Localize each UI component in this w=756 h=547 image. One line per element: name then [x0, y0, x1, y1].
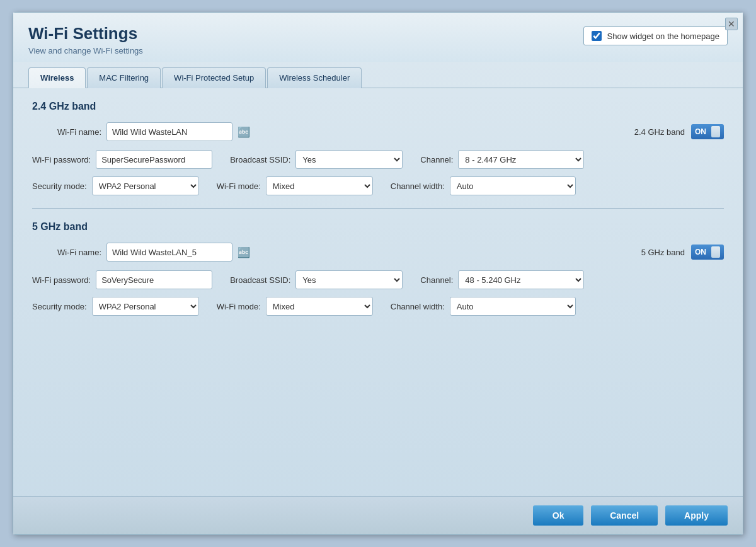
band-5-name-input[interactable]: [106, 243, 232, 262]
band-24-chanwidth-label: Channel width:: [391, 181, 445, 191]
band-24-channel-select[interactable]: 8 - 2.447 GHz Auto 1 - 2.412 GHz: [458, 150, 584, 169]
band-5-password-group: Wi-Fi password:: [32, 270, 212, 289]
band-24-channel-label: Channel:: [420, 155, 453, 164]
ok-button[interactable]: Ok: [533, 505, 583, 526]
band-5-section: 5 GHz band Wi-Fi name: 🔤 5 GHz band ON: [32, 221, 724, 316]
band-24-security-select[interactable]: WPA2 Personal WPA Personal WEP None: [92, 176, 199, 195]
band-5-toggle-handle: [711, 246, 720, 258]
band-24-channel-group: Channel: 8 - 2.447 GHz Auto 1 - 2.412 GH…: [420, 150, 584, 169]
band-24-security-label: Security mode:: [32, 181, 87, 191]
band-5-broadcast-group: Broadcast SSID: Yes No: [230, 270, 403, 289]
band-5-name-row: Wi-Fi name: 🔤 5 GHz band ON: [32, 243, 724, 262]
tab-content: 2.4 GHz band Wi-Fi name: 🔤 2.4 GHz band …: [13, 88, 743, 341]
band-24-toggle[interactable]: ON: [691, 124, 724, 139]
wifi-name-icon-5: 🔤: [238, 246, 250, 258]
tab-mac-filtering[interactable]: MAC Filtering: [87, 67, 161, 88]
band-24-name-input[interactable]: [106, 122, 232, 141]
band-24-broadcast-select[interactable]: Yes No: [295, 150, 403, 169]
show-widget-label: Show widget on the homepage: [607, 32, 719, 41]
band-5-password-label: Wi-Fi password:: [32, 275, 91, 285]
title-bar: Wi-Fi Settings View and change Wi-Fi set…: [13, 13, 743, 62]
band-24-toggle-group: 2.4 GHz band ON: [634, 124, 724, 139]
close-button[interactable]: ✕: [725, 18, 738, 30]
band-5-name-label: Wi-Fi name:: [32, 248, 101, 257]
band-24-password-label: Wi-Fi password:: [32, 155, 91, 164]
band-5-toggle-label: 5 GHz band: [641, 248, 685, 257]
band-5-title: 5 GHz band: [32, 221, 724, 233]
band-5-chanwidth-select[interactable]: Auto 20 MHz 40 MHz 80 MHz: [450, 297, 576, 316]
dialog-footer: Ok Cancel Apply: [13, 496, 743, 534]
band-24-wifimode-select[interactable]: Mixed b only g only n only: [266, 176, 373, 195]
tab-wireless[interactable]: Wireless: [28, 67, 86, 88]
tabs-bar: Wireless MAC Filtering Wi-Fi Protected S…: [13, 67, 743, 88]
wifi-settings-dialog: ✕ Wi-Fi Settings View and change Wi-Fi s…: [13, 12, 743, 535]
band-24-password-group: Wi-Fi password:: [32, 150, 212, 169]
band-5-security-select[interactable]: WPA2 Personal WPA Personal WEP None: [92, 297, 199, 316]
band-5-settings-row1: Wi-Fi password: Broadcast SSID: Yes No C…: [32, 270, 724, 289]
band-5-channel-label: Channel:: [420, 275, 453, 285]
band-5-broadcast-select[interactable]: Yes No: [295, 270, 403, 289]
band-24-chanwidth-select[interactable]: Auto 20 MHz 40 MHz: [450, 176, 576, 195]
band-24-section: 2.4 GHz band Wi-Fi name: 🔤 2.4 GHz band …: [32, 101, 724, 195]
band-5-toggle-group: 5 GHz band ON: [641, 245, 724, 260]
band-divider: [32, 208, 724, 209]
show-widget-checkbox-label[interactable]: Show widget on the homepage: [583, 26, 728, 45]
band-5-toggle-state: ON: [695, 248, 706, 256]
band-5-security-label: Security mode:: [32, 302, 87, 311]
cancel-button[interactable]: Cancel: [591, 505, 658, 526]
band-24-name-left: Wi-Fi name: 🔤: [32, 122, 250, 141]
band-5-chanwidth-label: Channel width:: [391, 302, 445, 311]
show-widget-checkbox[interactable]: [592, 31, 602, 41]
band-5-password-input[interactable]: [96, 270, 212, 289]
band-5-wifimode-label: Wi-Fi mode:: [217, 302, 261, 311]
band-5-wifimode-select[interactable]: Mixed a only n only ac only: [266, 297, 373, 316]
wifi-name-icon-24: 🔤: [238, 126, 250, 138]
band-24-chanwidth-group: Channel width: Auto 20 MHz 40 MHz: [391, 176, 576, 195]
band-24-toggle-state: ON: [695, 127, 706, 136]
band-5-name-left: Wi-Fi name: 🔤: [32, 243, 250, 262]
band-24-security-group: Security mode: WPA2 Personal WPA Persona…: [32, 176, 199, 195]
band-24-settings-row2: Security mode: WPA2 Personal WPA Persona…: [32, 176, 724, 195]
band-24-toggle-handle: [711, 126, 720, 137]
title-section: Wi-Fi Settings View and change Wi-Fi set…: [28, 24, 143, 55]
band-5-security-group: Security mode: WPA2 Personal WPA Persona…: [32, 297, 199, 316]
band-5-channel-select[interactable]: 48 - 5.240 GHz Auto 36 - 5.180 GHz: [458, 270, 584, 289]
band-24-name-row: Wi-Fi name: 🔤 2.4 GHz band ON: [32, 122, 724, 141]
tab-wps[interactable]: Wi-Fi Protected Setup: [162, 67, 266, 88]
band-24-wifimode-group: Wi-Fi mode: Mixed b only g only n only: [217, 176, 373, 195]
band-24-broadcast-group: Broadcast SSID: Yes No: [230, 150, 403, 169]
band-5-toggle[interactable]: ON: [691, 245, 724, 260]
band-5-chanwidth-group: Channel width: Auto 20 MHz 40 MHz 80 MHz: [391, 297, 576, 316]
tab-scheduler[interactable]: Wireless Scheduler: [267, 67, 362, 88]
band-5-broadcast-label: Broadcast SSID:: [230, 275, 290, 285]
dialog-subtitle: View and change Wi-Fi settings: [28, 46, 143, 55]
band-24-toggle-label: 2.4 GHz band: [634, 127, 685, 137]
apply-button[interactable]: Apply: [665, 505, 728, 526]
band-24-title: 2.4 GHz band: [32, 101, 724, 112]
band-24-settings-row1: Wi-Fi password: Broadcast SSID: Yes No C…: [32, 150, 724, 169]
dialog-title: Wi-Fi Settings: [28, 24, 143, 43]
band-5-channel-group: Channel: 48 - 5.240 GHz Auto 36 - 5.180 …: [420, 270, 584, 289]
band-5-wifimode-group: Wi-Fi mode: Mixed a only n only ac only: [217, 297, 373, 316]
band-24-wifimode-label: Wi-Fi mode:: [217, 181, 261, 191]
band-24-name-label: Wi-Fi name:: [32, 127, 101, 137]
band-24-password-input[interactable]: [96, 150, 212, 169]
band-5-settings-row2: Security mode: WPA2 Personal WPA Persona…: [32, 297, 724, 316]
band-24-broadcast-label: Broadcast SSID:: [230, 155, 290, 164]
